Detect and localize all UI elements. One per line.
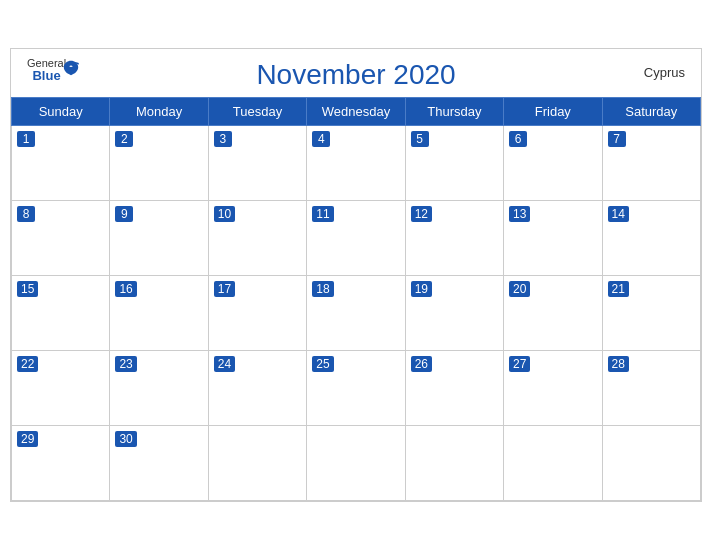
- date-number: 29: [17, 431, 38, 447]
- calendar-day-cell: 30: [110, 426, 208, 501]
- date-number: 22: [17, 356, 38, 372]
- calendar-day-cell: 8: [12, 201, 110, 276]
- header-sunday: Sunday: [12, 98, 110, 126]
- calendar-day-cell: 25: [307, 351, 405, 426]
- date-number: 7: [608, 131, 626, 147]
- date-number: 13: [509, 206, 530, 222]
- header-saturday: Saturday: [602, 98, 700, 126]
- calendar-table: Sunday Monday Tuesday Wednesday Thursday…: [11, 97, 701, 501]
- date-number: 5: [411, 131, 429, 147]
- date-number: 4: [312, 131, 330, 147]
- date-number: 28: [608, 356, 629, 372]
- calendar: General Blue November 2020 Cyprus Sunday…: [10, 48, 702, 502]
- date-number: 2: [115, 131, 133, 147]
- calendar-day-cell: 29: [12, 426, 110, 501]
- calendar-day-cell: 22: [12, 351, 110, 426]
- header-monday: Monday: [110, 98, 208, 126]
- calendar-day-cell: 26: [405, 351, 503, 426]
- calendar-day-cell: 28: [602, 351, 700, 426]
- calendar-day-cell: 1: [12, 126, 110, 201]
- calendar-day-cell: 24: [208, 351, 306, 426]
- date-number: 8: [17, 206, 35, 222]
- calendar-week-row: 1234567: [12, 126, 701, 201]
- calendar-day-cell: 13: [504, 201, 602, 276]
- calendar-week-row: 891011121314: [12, 201, 701, 276]
- calendar-week-row: 2930: [12, 426, 701, 501]
- calendar-day-cell: [602, 426, 700, 501]
- calendar-week-row: 22232425262728: [12, 351, 701, 426]
- date-number: 26: [411, 356, 432, 372]
- calendar-day-cell: 10: [208, 201, 306, 276]
- date-number: 14: [608, 206, 629, 222]
- date-number: 17: [214, 281, 235, 297]
- calendar-day-cell: 18: [307, 276, 405, 351]
- calendar-day-cell: 6: [504, 126, 602, 201]
- calendar-day-cell: 9: [110, 201, 208, 276]
- calendar-day-cell: 27: [504, 351, 602, 426]
- date-number: 30: [115, 431, 136, 447]
- calendar-header: General Blue November 2020 Cyprus: [11, 49, 701, 97]
- date-number: 23: [115, 356, 136, 372]
- date-number: 19: [411, 281, 432, 297]
- date-number: 20: [509, 281, 530, 297]
- calendar-day-cell: [307, 426, 405, 501]
- calendar-day-cell: 4: [307, 126, 405, 201]
- calendar-day-cell: 21: [602, 276, 700, 351]
- calendar-day-cell: 14: [602, 201, 700, 276]
- date-number: 1: [17, 131, 35, 147]
- country-label: Cyprus: [644, 65, 685, 80]
- header-wednesday: Wednesday: [307, 98, 405, 126]
- date-number: 10: [214, 206, 235, 222]
- calendar-day-cell: 15: [12, 276, 110, 351]
- header-thursday: Thursday: [405, 98, 503, 126]
- calendar-day-cell: 7: [602, 126, 700, 201]
- date-number: 27: [509, 356, 530, 372]
- date-number: 21: [608, 281, 629, 297]
- logo-bird-icon: [62, 59, 80, 82]
- date-number: 25: [312, 356, 333, 372]
- date-number: 16: [115, 281, 136, 297]
- calendar-day-cell: 20: [504, 276, 602, 351]
- calendar-day-cell: [504, 426, 602, 501]
- calendar-day-cell: [405, 426, 503, 501]
- date-number: 3: [214, 131, 232, 147]
- calendar-day-cell: 5: [405, 126, 503, 201]
- calendar-day-cell: 17: [208, 276, 306, 351]
- calendar-day-cell: [208, 426, 306, 501]
- date-number: 24: [214, 356, 235, 372]
- date-number: 18: [312, 281, 333, 297]
- header-friday: Friday: [504, 98, 602, 126]
- calendar-day-cell: 3: [208, 126, 306, 201]
- calendar-day-cell: 11: [307, 201, 405, 276]
- calendar-day-cell: 23: [110, 351, 208, 426]
- calendar-day-cell: 2: [110, 126, 208, 201]
- calendar-week-row: 15161718192021: [12, 276, 701, 351]
- date-number: 15: [17, 281, 38, 297]
- calendar-title: November 2020: [256, 59, 455, 91]
- date-number: 11: [312, 206, 333, 222]
- calendar-day-cell: 12: [405, 201, 503, 276]
- date-number: 12: [411, 206, 432, 222]
- date-number: 6: [509, 131, 527, 147]
- logo-blue-text: Blue: [32, 69, 60, 82]
- header-tuesday: Tuesday: [208, 98, 306, 126]
- calendar-day-cell: 19: [405, 276, 503, 351]
- weekday-header-row: Sunday Monday Tuesday Wednesday Thursday…: [12, 98, 701, 126]
- calendar-day-cell: 16: [110, 276, 208, 351]
- date-number: 9: [115, 206, 133, 222]
- logo: General Blue: [27, 57, 66, 82]
